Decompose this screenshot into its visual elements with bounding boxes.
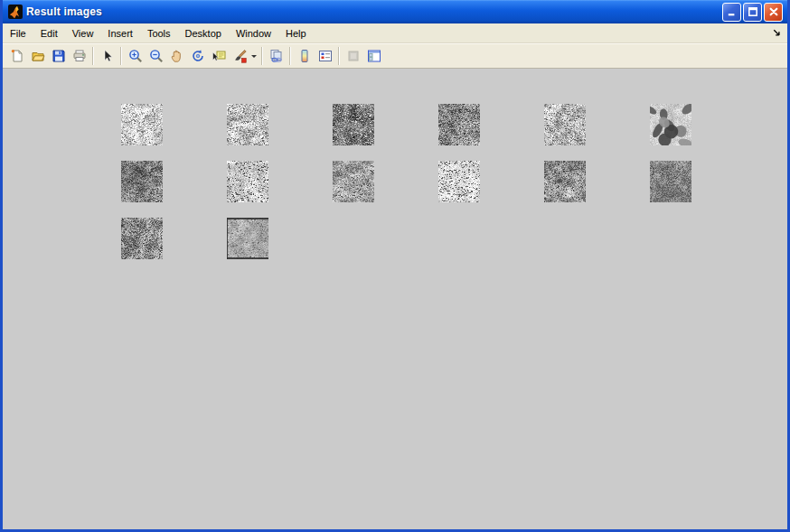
close-button[interactable]: [764, 3, 783, 22]
result-image-11: [544, 161, 586, 202]
pan-button[interactable]: [166, 46, 187, 66]
print-figure-button[interactable]: [69, 46, 89, 66]
menu-item-edit[interactable]: Edit: [33, 26, 65, 41]
edit-plot-button[interactable]: [97, 46, 118, 66]
toolbar: [3, 43, 787, 69]
open-file-icon: [31, 49, 45, 63]
maximize-icon: [748, 6, 758, 17]
link-plots-icon: [269, 49, 284, 63]
titlebar: Result images: [3, 0, 787, 23]
window-controls: [722, 3, 783, 22]
hide-plot-tools-button: [343, 46, 363, 66]
brush-dropdown-icon: [249, 49, 259, 63]
data-cursor-icon: [212, 49, 226, 63]
show-plot-tools-icon: [367, 49, 381, 63]
menubar: File Edit View Insert Tools Desktop Wind…: [3, 23, 787, 43]
result-image-13: [121, 218, 163, 259]
brush-dropdown-button[interactable]: [249, 46, 259, 66]
toolbar-separator: [261, 47, 263, 65]
menu-item-help[interactable]: Help: [278, 26, 314, 41]
save-figure-button[interactable]: [48, 46, 69, 66]
brush-icon: [232, 49, 247, 63]
rotate-3d-icon: [191, 49, 205, 63]
new-figure-button[interactable]: [6, 46, 27, 66]
menu-item-window[interactable]: Window: [229, 26, 278, 41]
menu-item-insert[interactable]: Insert: [100, 26, 140, 41]
result-image-9: [333, 161, 374, 202]
menu-item-view[interactable]: View: [65, 26, 101, 41]
menu-item-tools[interactable]: Tools: [140, 26, 178, 41]
result-image-2: [227, 104, 268, 145]
new-figure-icon: [10, 49, 24, 63]
open-file-button[interactable]: [27, 46, 48, 66]
toolbar-separator: [289, 47, 291, 65]
pan-icon: [170, 49, 184, 63]
insert-legend-button[interactable]: [315, 46, 335, 66]
matlab-icon: [8, 5, 23, 19]
brush-button[interactable]: [229, 46, 249, 66]
show-plot-tools-button[interactable]: [363, 46, 384, 66]
minimize-button[interactable]: [722, 3, 741, 22]
result-image-6: [650, 104, 691, 145]
toolbar-separator: [120, 47, 122, 65]
result-image-3: [333, 104, 374, 145]
insert-legend-icon: [318, 49, 333, 63]
zoom-in-icon: [128, 49, 143, 63]
result-image-14: [227, 218, 268, 259]
edit-plot-icon: [100, 49, 115, 63]
hide-plot-tools-icon: [346, 49, 361, 63]
zoom-out-icon: [149, 49, 164, 63]
minimize-icon: [727, 6, 738, 17]
insert-colorbar-icon: [297, 49, 312, 63]
toolbar-separator: [338, 47, 340, 65]
rotate-3d-button[interactable]: [187, 46, 208, 66]
window-title: Result images: [26, 5, 722, 18]
print-figure-icon: [72, 49, 87, 63]
save-figure-icon: [52, 49, 66, 63]
maximize-button[interactable]: [743, 3, 762, 22]
result-image-8: [227, 161, 268, 202]
figure-canvas: [3, 69, 787, 532]
result-image-12: [650, 161, 691, 202]
close-icon: [768, 6, 779, 17]
menu-item-desktop[interactable]: Desktop: [178, 26, 229, 41]
dock-figure-button[interactable]: [770, 25, 787, 41]
result-image-5: [544, 104, 586, 145]
result-image-7: [121, 161, 163, 202]
link-plots-button[interactable]: [266, 46, 287, 66]
result-image-4: [438, 104, 480, 145]
toolbar-separator: [92, 47, 94, 65]
menu-item-file[interactable]: File: [3, 26, 33, 41]
figure-window: Result images File Edit View Insert Tool…: [0, 0, 790, 532]
result-image-1: [121, 104, 163, 145]
insert-colorbar-button[interactable]: [294, 46, 315, 66]
zoom-out-button[interactable]: [146, 46, 166, 66]
result-image-10: [438, 161, 480, 202]
zoom-in-button[interactable]: [125, 46, 146, 66]
data-cursor-button[interactable]: [208, 46, 229, 66]
dock-figure-arrow-icon: [772, 28, 782, 38]
